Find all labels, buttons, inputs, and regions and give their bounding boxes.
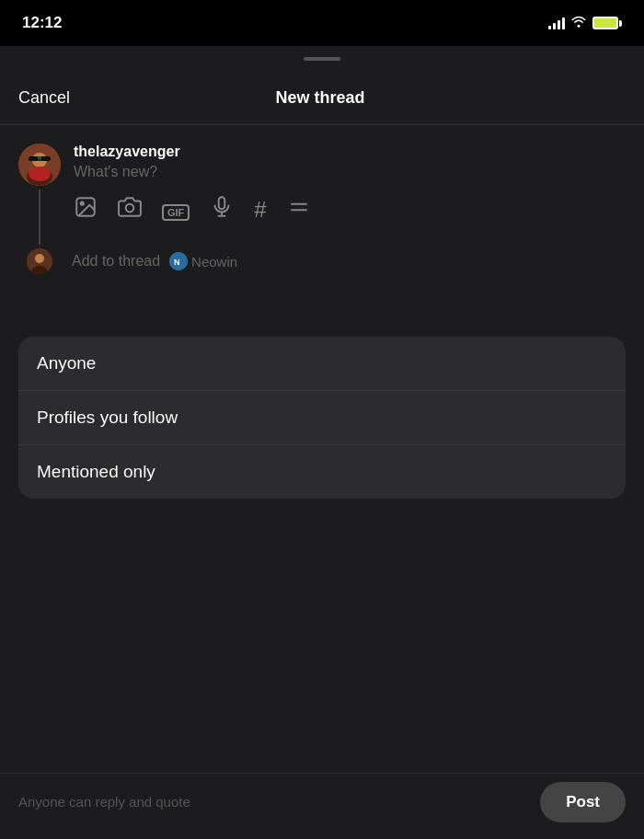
post-button[interactable]: Post [540, 782, 626, 822]
compose-row: thelazyavenger What's new? [18, 144, 626, 245]
popup-item-anyone[interactable]: Anyone [18, 337, 626, 391]
compose-input[interactable]: What's new? [74, 164, 626, 180]
add-thread-text: Add to thread N Neowin [72, 252, 237, 270]
neowin-icon: N [169, 252, 188, 270]
popup-item-profiles-follow[interactable]: Profiles you follow [18, 391, 626, 445]
reply-info: Anyone can reply and quote [18, 794, 190, 810]
bottom-bar: Anyone can reply and quote Post [0, 773, 644, 839]
svg-point-7 [29, 167, 51, 181]
svg-text:N: N [174, 258, 180, 267]
camera-icon[interactable] [118, 195, 142, 224]
cancel-button[interactable]: Cancel [18, 88, 70, 108]
avatar [18, 144, 61, 186]
hash-symbol: # [254, 197, 266, 222]
svg-point-9 [81, 202, 84, 205]
svg-rect-5 [38, 156, 41, 159]
sheet-handle [304, 57, 340, 61]
app-sheet: Cancel New thread [0, 46, 644, 839]
toolbar: GIF # [74, 195, 626, 224]
svg-rect-4 [41, 156, 51, 161]
popup-menu: Anyone Profiles you follow Mentioned onl… [18, 337, 626, 499]
svg-rect-3 [29, 156, 38, 161]
svg-rect-11 [219, 197, 225, 209]
hash-icon[interactable]: # [254, 197, 266, 223]
neowin-label: Neowin [191, 254, 237, 270]
menu-lines-icon[interactable] [287, 195, 311, 224]
sheet-handle-area [0, 46, 644, 72]
gif-label: GIF [162, 204, 190, 221]
signal-icon [548, 17, 565, 29]
add-thread-label: Add to thread [72, 253, 160, 270]
thread-line [39, 190, 40, 245]
avatar-face [18, 144, 61, 186]
add-thread-row[interactable]: Add to thread N Neowin [18, 248, 626, 274]
header: Cancel New thread [0, 72, 644, 125]
username: thelazyavenger [74, 144, 626, 160]
status-bar: 12:12 [0, 0, 644, 46]
wifi-icon [570, 15, 587, 31]
avatar-column [18, 144, 61, 245]
svg-point-10 [126, 204, 134, 213]
svg-point-17 [35, 254, 44, 263]
neowin-badge: N Neowin [169, 252, 237, 270]
image-icon[interactable] [74, 195, 98, 224]
header-title: New thread [276, 88, 365, 108]
add-thread-avatar-col [18, 248, 61, 274]
gif-icon[interactable]: GIF [162, 198, 190, 222]
status-icons [548, 15, 622, 31]
popup-item-mentioned-only[interactable]: Mentioned only [18, 445, 626, 499]
compose-placeholder: What's new? [74, 164, 157, 179]
add-thread-avatar [27, 248, 52, 274]
content-area: thelazyavenger What's new? [0, 125, 644, 309]
battery-icon [592, 17, 622, 29]
mic-icon[interactable] [210, 195, 234, 224]
status-time: 12:12 [22, 14, 62, 32]
compose-right: thelazyavenger What's new? [74, 144, 626, 224]
